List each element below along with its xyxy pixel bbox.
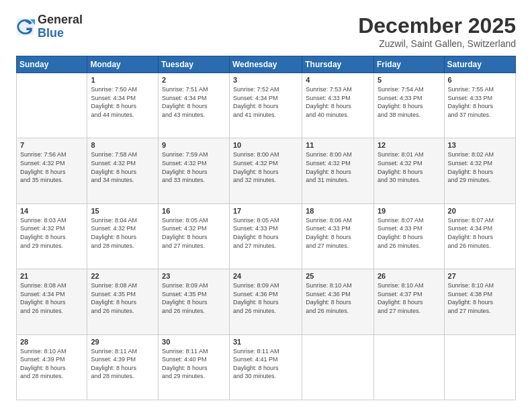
day-info: Sunrise: 8:05 AM Sunset: 4:33 PM Dayligh… [233, 216, 298, 250]
day-info: Sunrise: 8:06 AM Sunset: 4:33 PM Dayligh… [306, 216, 370, 250]
day-number: 14 [20, 207, 83, 215]
header-day-friday: Friday [373, 56, 444, 73]
day-cell [373, 334, 444, 400]
day-cell: 18Sunrise: 8:06 AM Sunset: 4:33 PM Dayli… [302, 203, 374, 269]
day-info: Sunrise: 8:11 AM Sunset: 4:41 PM Dayligh… [233, 347, 298, 381]
day-info: Sunrise: 7:50 AM Sunset: 4:34 PM Dayligh… [91, 85, 154, 119]
title-block: December 2025 Zuzwil, Saint Gallen, Swit… [358, 13, 516, 49]
day-cell: 28Sunrise: 8:10 AM Sunset: 4:39 PM Dayli… [17, 334, 87, 400]
day-number: 21 [20, 272, 83, 280]
day-number: 30 [162, 338, 226, 346]
logo-blue-text: Blue [38, 27, 83, 40]
day-number: 27 [448, 272, 512, 280]
day-cell: 10Sunrise: 8:00 AM Sunset: 4:32 PM Dayli… [229, 138, 302, 203]
calendar: SundayMondayTuesdayWednesdayThursdayFrid… [16, 56, 516, 400]
day-cell [302, 334, 374, 400]
day-cell: 24Sunrise: 8:09 AM Sunset: 4:36 PM Dayli… [229, 269, 302, 334]
location: Zuzwil, Saint Gallen, Switzerland [358, 38, 516, 49]
day-info: Sunrise: 8:10 AM Sunset: 4:39 PM Dayligh… [20, 347, 83, 381]
day-number: 20 [448, 207, 512, 215]
day-info: Sunrise: 7:59 AM Sunset: 4:32 PM Dayligh… [162, 150, 226, 184]
day-cell: 15Sunrise: 8:04 AM Sunset: 4:32 PM Dayli… [87, 203, 159, 269]
day-info: Sunrise: 7:54 AM Sunset: 4:33 PM Dayligh… [378, 85, 441, 119]
header-day-monday: Monday [87, 56, 159, 73]
day-cell: 21Sunrise: 8:08 AM Sunset: 4:34 PM Dayli… [17, 269, 87, 334]
page: General Blue December 2025 Zuzwil, Saint… [0, 0, 532, 411]
day-cell: 6Sunrise: 7:55 AM Sunset: 4:33 PM Daylig… [444, 73, 515, 138]
day-cell: 17Sunrise: 8:05 AM Sunset: 4:33 PM Dayli… [229, 203, 302, 269]
week-row-1: 7Sunrise: 7:56 AM Sunset: 4:32 PM Daylig… [17, 138, 516, 203]
day-cell: 4Sunrise: 7:53 AM Sunset: 4:33 PM Daylig… [302, 73, 374, 138]
day-info: Sunrise: 7:51 AM Sunset: 4:34 PM Dayligh… [162, 85, 226, 119]
day-info: Sunrise: 7:55 AM Sunset: 4:33 PM Dayligh… [448, 85, 512, 119]
day-number: 15 [91, 207, 154, 215]
day-number: 12 [378, 141, 441, 149]
day-number: 28 [20, 338, 83, 346]
day-number: 10 [233, 141, 298, 149]
week-row-4: 28Sunrise: 8:10 AM Sunset: 4:39 PM Dayli… [17, 334, 516, 400]
day-info: Sunrise: 8:11 AM Sunset: 4:39 PM Dayligh… [91, 347, 154, 381]
day-info: Sunrise: 8:09 AM Sunset: 4:36 PM Dayligh… [233, 281, 298, 315]
calendar-table: SundayMondayTuesdayWednesdayThursdayFrid… [16, 56, 516, 400]
day-info: Sunrise: 8:05 AM Sunset: 4:32 PM Dayligh… [162, 216, 226, 250]
day-number: 22 [91, 272, 154, 280]
day-cell: 2Sunrise: 7:51 AM Sunset: 4:34 PM Daylig… [159, 73, 230, 138]
day-info: Sunrise: 8:00 AM Sunset: 4:32 PM Dayligh… [233, 150, 298, 184]
logo-general-text: General [38, 13, 83, 27]
day-number: 26 [378, 272, 441, 280]
day-cell: 29Sunrise: 8:11 AM Sunset: 4:39 PM Dayli… [87, 334, 159, 400]
day-cell: 23Sunrise: 8:09 AM Sunset: 4:35 PM Dayli… [159, 269, 230, 334]
day-number: 7 [20, 141, 83, 149]
week-row-2: 14Sunrise: 8:03 AM Sunset: 4:32 PM Dayli… [17, 203, 516, 269]
day-number: 13 [448, 141, 512, 149]
day-number: 16 [162, 207, 226, 215]
day-info: Sunrise: 8:03 AM Sunset: 4:32 PM Dayligh… [20, 216, 83, 250]
day-info: Sunrise: 8:10 AM Sunset: 4:37 PM Dayligh… [378, 281, 441, 315]
header-row: SundayMondayTuesdayWednesdayThursdayFrid… [17, 56, 516, 73]
day-number: 11 [306, 141, 370, 149]
day-number: 9 [162, 141, 226, 149]
day-number: 17 [233, 207, 298, 215]
day-cell: 20Sunrise: 8:07 AM Sunset: 4:34 PM Dayli… [444, 203, 515, 269]
day-number: 23 [162, 272, 226, 280]
day-cell: 19Sunrise: 8:07 AM Sunset: 4:33 PM Dayli… [373, 203, 444, 269]
day-cell: 8Sunrise: 7:58 AM Sunset: 4:32 PM Daylig… [87, 138, 159, 203]
day-number: 6 [448, 76, 512, 84]
day-info: Sunrise: 8:02 AM Sunset: 4:32 PM Dayligh… [448, 150, 512, 184]
day-cell: 12Sunrise: 8:01 AM Sunset: 4:32 PM Dayli… [373, 138, 444, 203]
day-number: 29 [91, 338, 154, 346]
day-number: 2 [162, 76, 226, 84]
day-number: 8 [91, 141, 154, 149]
day-cell: 3Sunrise: 7:52 AM Sunset: 4:34 PM Daylig… [229, 73, 302, 138]
day-cell: 22Sunrise: 8:08 AM Sunset: 4:35 PM Dayli… [87, 269, 159, 334]
logo-icon [16, 17, 35, 36]
day-number: 3 [233, 76, 298, 84]
header-day-tuesday: Tuesday [159, 56, 230, 73]
month-title: December 2025 [358, 13, 516, 38]
day-cell: 16Sunrise: 8:05 AM Sunset: 4:32 PM Dayli… [159, 203, 230, 269]
header: General Blue December 2025 Zuzwil, Saint… [16, 13, 516, 49]
week-row-3: 21Sunrise: 8:08 AM Sunset: 4:34 PM Dayli… [17, 269, 516, 334]
day-info: Sunrise: 7:53 AM Sunset: 4:33 PM Dayligh… [306, 85, 370, 119]
day-info: Sunrise: 8:07 AM Sunset: 4:33 PM Dayligh… [378, 216, 441, 250]
day-cell: 31Sunrise: 8:11 AM Sunset: 4:41 PM Dayli… [229, 334, 302, 400]
header-day-wednesday: Wednesday [229, 56, 302, 73]
day-cell: 1Sunrise: 7:50 AM Sunset: 4:34 PM Daylig… [87, 73, 159, 138]
day-cell: 7Sunrise: 7:56 AM Sunset: 4:32 PM Daylig… [17, 138, 87, 203]
header-day-saturday: Saturday [444, 56, 515, 73]
logo-text: General Blue [38, 13, 83, 40]
day-info: Sunrise: 7:58 AM Sunset: 4:32 PM Dayligh… [91, 150, 154, 184]
day-info: Sunrise: 7:52 AM Sunset: 4:34 PM Dayligh… [233, 85, 298, 119]
day-info: Sunrise: 8:08 AM Sunset: 4:34 PM Dayligh… [20, 281, 83, 315]
day-info: Sunrise: 8:00 AM Sunset: 4:32 PM Dayligh… [306, 150, 370, 184]
day-number: 19 [378, 207, 441, 215]
day-info: Sunrise: 8:04 AM Sunset: 4:32 PM Dayligh… [91, 216, 154, 250]
day-info: Sunrise: 8:07 AM Sunset: 4:34 PM Dayligh… [448, 216, 512, 250]
day-cell: 13Sunrise: 8:02 AM Sunset: 4:32 PM Dayli… [444, 138, 515, 203]
day-info: Sunrise: 8:10 AM Sunset: 4:38 PM Dayligh… [448, 281, 512, 315]
header-day-thursday: Thursday [302, 56, 374, 73]
day-cell: 11Sunrise: 8:00 AM Sunset: 4:32 PM Dayli… [302, 138, 374, 203]
day-number: 24 [233, 272, 298, 280]
logo: General Blue [16, 13, 83, 40]
day-info: Sunrise: 8:11 AM Sunset: 4:40 PM Dayligh… [162, 347, 226, 381]
